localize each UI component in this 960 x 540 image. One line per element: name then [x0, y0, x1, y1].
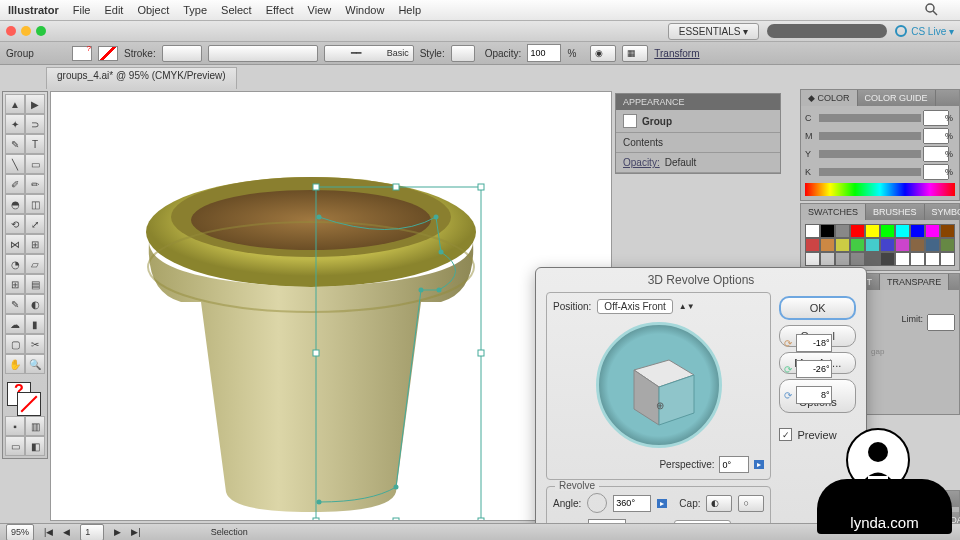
- fill-stroke-indicator[interactable]: ?: [5, 380, 45, 416]
- width-tool[interactable]: ⋈: [5, 234, 25, 254]
- nav-first-icon[interactable]: |◀: [44, 527, 53, 537]
- graph-tool[interactable]: ▮: [25, 314, 45, 334]
- angle-z-input[interactable]: [796, 386, 832, 404]
- free-transform-tool[interactable]: ⊞: [25, 234, 45, 254]
- opacity-input[interactable]: [527, 44, 561, 62]
- blend-tool[interactable]: ◐: [25, 294, 45, 314]
- transparency-tab[interactable]: TRANSPARE: [880, 274, 949, 290]
- angle-x-input[interactable]: [796, 334, 832, 352]
- eyedropper-tool[interactable]: ✎: [5, 294, 25, 314]
- swatches-tab[interactable]: SWATCHES: [801, 204, 866, 220]
- color-mode-button[interactable]: ▪: [5, 416, 25, 436]
- menu-file[interactable]: File: [73, 4, 91, 16]
- fill-swatch[interactable]: ?: [72, 46, 92, 61]
- nav-last-icon[interactable]: ▶|: [131, 527, 140, 537]
- selection-tool[interactable]: ▲: [5, 94, 25, 114]
- perspective-input[interactable]: [719, 456, 749, 473]
- stroke-weight-field[interactable]: [162, 45, 202, 62]
- hand-tool[interactable]: ✋: [5, 354, 25, 374]
- document-tab[interactable]: groups_4.ai* @ 95% (CMYK/Preview): [46, 67, 237, 89]
- swatch-grid[interactable]: [805, 224, 955, 266]
- svg-point-18: [437, 288, 442, 293]
- menu-type[interactable]: Type: [183, 4, 207, 16]
- menu-edit[interactable]: Edit: [104, 4, 123, 16]
- pen-tool[interactable]: ✎: [5, 134, 25, 154]
- perspective-tool[interactable]: ▱: [25, 254, 45, 274]
- artboard-tool[interactable]: ▢: [5, 334, 25, 354]
- recolor-button[interactable]: ◉: [590, 45, 616, 62]
- appearance-opacity-link[interactable]: Opacity:: [623, 157, 660, 168]
- nav-next-icon[interactable]: ▶: [114, 527, 121, 537]
- gradient-mode-button[interactable]: ▥: [25, 416, 45, 436]
- align-button[interactable]: ▦: [622, 45, 648, 62]
- screen-mode-button[interactable]: ▭: [5, 436, 25, 456]
- menu-help[interactable]: Help: [398, 4, 421, 16]
- k-slider[interactable]: [819, 168, 921, 176]
- zoom-tool[interactable]: 🔍: [25, 354, 45, 374]
- zoom-window-button[interactable]: [36, 26, 46, 36]
- perspective-arrow-icon[interactable]: ▸: [754, 460, 764, 469]
- cap-on-button[interactable]: ◐: [706, 495, 732, 512]
- brushes-tab[interactable]: BRUSHES: [866, 204, 925, 220]
- cap-off-button[interactable]: ○: [738, 495, 764, 512]
- menu-object[interactable]: Object: [137, 4, 169, 16]
- rotate-tool[interactable]: ⟲: [5, 214, 25, 234]
- blob-brush-tool[interactable]: ◓: [5, 194, 25, 214]
- search-field[interactable]: [767, 24, 887, 38]
- symbol-sprayer-tool[interactable]: ☁: [5, 314, 25, 334]
- style-selector[interactable]: [451, 45, 475, 62]
- position-select[interactable]: Off-Axis Front: [597, 299, 673, 314]
- color-tab[interactable]: ◆ COLOR: [801, 90, 858, 106]
- direct-selection-tool[interactable]: ▶: [25, 94, 45, 114]
- angle-dial[interactable]: [587, 493, 607, 513]
- app-menu[interactable]: Illustrator: [8, 4, 59, 16]
- canvas[interactable]: [50, 91, 612, 521]
- draw-mode-button[interactable]: ◧: [25, 436, 45, 456]
- stroke-swatch[interactable]: [98, 46, 118, 61]
- lasso-tool[interactable]: ⊃: [25, 114, 45, 134]
- symbols-tab[interactable]: SYMBOLS: [925, 204, 960, 220]
- appearance-tab[interactable]: APPEARANCE: [616, 94, 780, 110]
- gradient-tool[interactable]: ▤: [25, 274, 45, 294]
- y-slider[interactable]: [819, 150, 921, 158]
- preview-checkbox[interactable]: ✓: [779, 428, 792, 441]
- limit-input[interactable]: [927, 314, 955, 331]
- position-stepper[interactable]: ▲▼: [679, 302, 695, 311]
- spotlight-icon[interactable]: [925, 3, 938, 18]
- angle-arrow-icon[interactable]: ▸: [657, 499, 667, 508]
- ok-button[interactable]: OK: [779, 296, 856, 320]
- line-tool[interactable]: ╲: [5, 154, 25, 174]
- transform-link[interactable]: Transform: [654, 48, 699, 59]
- magic-wand-tool[interactable]: ✦: [5, 114, 25, 134]
- 3d-orientation-widget[interactable]: ⊕: [596, 322, 722, 448]
- angle-input[interactable]: [613, 495, 651, 512]
- brush-selector[interactable]: [208, 45, 318, 62]
- angle-y-input[interactable]: [796, 360, 832, 378]
- pencil-tool[interactable]: ✏: [25, 174, 45, 194]
- appearance-contents[interactable]: Contents: [616, 133, 780, 153]
- menu-effect[interactable]: Effect: [266, 4, 294, 16]
- shape-builder-tool[interactable]: ◔: [5, 254, 25, 274]
- nav-prev-icon[interactable]: ◀: [63, 527, 70, 537]
- workspace-switcher[interactable]: ESSENTIALS ▾: [668, 23, 759, 40]
- slice-tool[interactable]: ✂: [25, 334, 45, 354]
- minimize-window-button[interactable]: [21, 26, 31, 36]
- paintbrush-tool[interactable]: ✐: [5, 174, 25, 194]
- artboard-nav[interactable]: 1: [80, 524, 104, 541]
- menu-window[interactable]: Window: [345, 4, 384, 16]
- cs-live-button[interactable]: CS Live ▾: [895, 25, 954, 37]
- colorguide-tab[interactable]: COLOR GUIDE: [858, 90, 936, 106]
- close-window-button[interactable]: [6, 26, 16, 36]
- brush-basic[interactable]: ━━ Basic: [324, 45, 414, 62]
- zoom-level[interactable]: 95%: [6, 524, 34, 541]
- rectangle-tool[interactable]: ▭: [25, 154, 45, 174]
- scale-tool[interactable]: ⤢: [25, 214, 45, 234]
- type-tool[interactable]: T: [25, 134, 45, 154]
- menu-select[interactable]: Select: [221, 4, 252, 16]
- menu-view[interactable]: View: [308, 4, 332, 16]
- mesh-tool[interactable]: ⊞: [5, 274, 25, 294]
- m-slider[interactable]: [819, 132, 921, 140]
- c-slider[interactable]: [819, 114, 921, 122]
- eraser-tool[interactable]: ◫: [25, 194, 45, 214]
- spectrum-bar[interactable]: [805, 183, 955, 196]
